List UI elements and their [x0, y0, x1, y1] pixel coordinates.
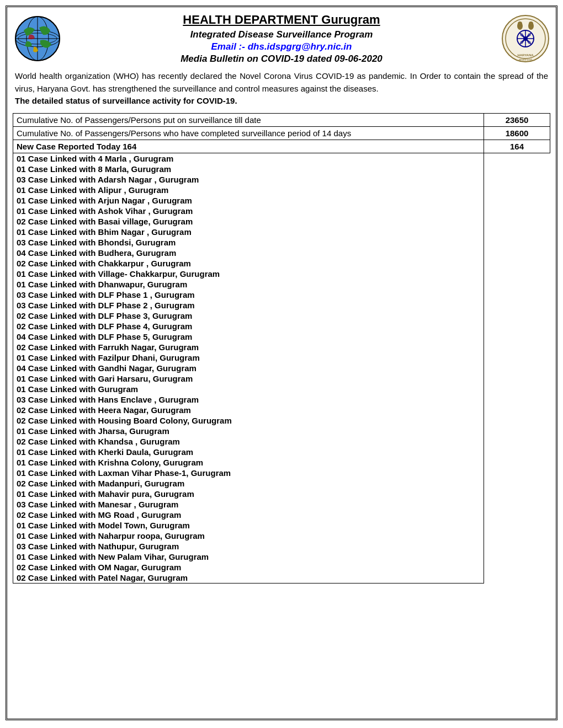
table-row: 02 Case Linked with Basai village, Gurug…: [13, 216, 550, 227]
department-title: HEALTH DEPARTMENT Gurugram: [73, 13, 490, 27]
case-item: 02 Case Linked with Khandsa , Gurugram: [13, 436, 484, 447]
surveillance-value-2: 18600: [484, 126, 550, 140]
table-row: 03 Case Linked with DLF Phase 2 , Gurugr…: [13, 300, 550, 311]
table-row: 03 Case Linked with Nathupur, Gurugram: [13, 541, 550, 552]
right-logo: HARYANA सत्यमेव जयते: [501, 14, 550, 63]
total-number-cell: 164: [484, 140, 550, 153]
svg-text:HARYANA: HARYANA: [517, 53, 534, 57]
intro-section: World health organization (WHO) has rece…: [15, 70, 548, 108]
surveillance-row-1: Cumulative No. of Passengers/Persons put…: [13, 113, 550, 126]
case-item: 02 Case Linked with MG Road , Gurugram: [13, 510, 484, 520]
table-row: 01 Case Linked with Gurugram: [13, 384, 550, 394]
table-row: 01 Case Linked with Laxman Vihar Phase-1…: [13, 468, 550, 478]
case-item: 01 Case Linked with 4 Marla , Gurugram: [13, 153, 484, 164]
table-row: 01 Case Linked with Ashok Vihar , Gurugr…: [13, 206, 550, 216]
case-item: 01 Case Linked with Village- Chakkarpur,…: [13, 269, 484, 279]
table-row: 01 Case Linked with Dhanwapur, Gurugram: [13, 279, 550, 290]
table-row: 02 Case Linked with Khandsa , Gurugram: [13, 436, 550, 447]
case-item: 01 Case Linked with Dhanwapur, Gurugram: [13, 279, 484, 290]
case-item: 01 Case Linked with Arjun Nagar , Gurugr…: [13, 195, 484, 206]
table-row: 01 Case Linked with Model Town, Gurugram: [13, 520, 550, 531]
case-item: 02 Case Linked with Housing Board Colony…: [13, 415, 484, 426]
table-row: 03 Case Linked with Bhondsi, Gurugram: [13, 237, 550, 248]
table-row: 03 Case Linked with Hans Enclave , Gurug…: [13, 394, 550, 405]
svg-text:सत्यमेव जयते: सत्यमेव जयते: [518, 58, 532, 61]
case-list: 01 Case Linked with 4 Marla , Gurugram01…: [13, 153, 550, 583]
table-row: 02 Case Linked with Chakkarpur , Gurugra…: [13, 258, 550, 269]
table-row: 01 Case Linked with Fazilpur Dhani, Guru…: [13, 352, 550, 363]
table-row: 03 Case Linked with Adarsh Nagar , Gurug…: [13, 174, 550, 185]
case-item: 01 Case Linked with Krishna Colony, Guru…: [13, 457, 484, 468]
case-item: 02 Case Linked with Farrukh Nagar, Gurug…: [13, 342, 484, 352]
table-row: 01 Case Linked with Bhim Nagar , Gurugra…: [13, 227, 550, 237]
table-row: 02 Case Linked with Housing Board Colony…: [13, 415, 550, 426]
case-item: 02 Case Linked with DLF Phase 3, Gurugra…: [13, 311, 484, 321]
table-row: 01 Case Linked with Mahavir pura, Gurugr…: [13, 489, 550, 499]
program-subtitle: Integrated Disease Surveillance Program: [73, 29, 490, 40]
table-row: 02 Case Linked with Patel Nagar, Gurugra…: [13, 572, 550, 584]
case-item: 02 Case Linked with OM Nagar, Gurugram: [13, 562, 484, 572]
case-item: 01 Case Linked with Gurugram: [13, 384, 484, 394]
table-row: 02 Case Linked with DLF Phase 4, Gurugra…: [13, 321, 550, 331]
case-item: 02 Case Linked with Chakkarpur , Gurugra…: [13, 258, 484, 269]
surveillance-label-2: Cumulative No. of Passengers/Persons who…: [13, 126, 484, 140]
table-row: 04 Case Linked with DLF Phase 5, Gurugra…: [13, 331, 550, 342]
page-container: HEALTH DEPARTMENT Gurugram Integrated Di…: [6, 6, 557, 720]
case-item: 02 Case Linked with Heera Nagar, Gurugra…: [13, 405, 484, 415]
intro-bold-line: The detailed status of surveillance acti…: [15, 96, 237, 105]
case-item: 03 Case Linked with Adarsh Nagar , Gurug…: [13, 174, 484, 185]
table-row: 01 Case Linked with New Palam Vihar, Gur…: [13, 552, 550, 562]
left-logo: [13, 14, 62, 63]
case-item: 04 Case Linked with Gandhi Nagar, Gurugr…: [13, 363, 484, 373]
table-row: 02 Case Linked with MG Road , Gurugram: [13, 510, 550, 520]
table-row: 01 Case Linked with 4 Marla , Gurugram: [13, 153, 550, 164]
intro-paragraph: World health organization (WHO) has rece…: [15, 71, 548, 93]
table-row: 02 Case Linked with Farrukh Nagar, Gurug…: [13, 342, 550, 352]
table-row: 02 Case Linked with Madanpuri, Gurugram: [13, 478, 550, 489]
header: HEALTH DEPARTMENT Gurugram Integrated Di…: [13, 13, 550, 65]
table-row: 02 Case Linked with Heera Nagar, Gurugra…: [13, 405, 550, 415]
case-item: 04 Case Linked with Budhera, Gurugram: [13, 248, 484, 258]
surveillance-label-1: Cumulative No. of Passengers/Persons put…: [13, 113, 484, 126]
svg-point-21: [518, 22, 522, 26]
new-case-header-row: New Case Reported Today 164 164: [13, 140, 550, 153]
case-item: 01 Case Linked with Alipur , Gurugram: [13, 185, 484, 195]
case-item: 03 Case Linked with Manesar , Gurugram: [13, 499, 484, 510]
svg-point-22: [529, 22, 533, 26]
table-row: 01 Case Linked with Kherki Daula, Gurugr…: [13, 447, 550, 457]
bulletin-label: Media Bulletin on COVID-19 dated 09-06-2…: [73, 53, 490, 65]
case-item: 02 Case Linked with Madanpuri, Gurugram: [13, 478, 484, 489]
case-item: 01 Case Linked with New Palam Vihar, Gur…: [13, 552, 484, 562]
main-table: Cumulative No. of Passengers/Persons put…: [13, 113, 550, 584]
case-item: 01 Case Linked with Naharpur roopa, Guru…: [13, 531, 484, 541]
table-row: 01 Case Linked with Jharsa, Gurugram: [13, 426, 550, 436]
table-row: 04 Case Linked with Gandhi Nagar, Gurugr…: [13, 363, 550, 373]
case-item: 02 Case Linked with DLF Phase 4, Gurugra…: [13, 321, 484, 331]
table-row: 03 Case Linked with Manesar , Gurugram: [13, 499, 550, 510]
case-item: 03 Case Linked with Bhondsi, Gurugram: [13, 237, 484, 248]
table-row: 01 Case Linked with Krishna Colony, Guru…: [13, 457, 550, 468]
case-item: 02 Case Linked with Basai village, Gurug…: [13, 216, 484, 227]
case-item: 03 Case Linked with DLF Phase 2 , Gurugr…: [13, 300, 484, 311]
case-item: 01 Case Linked with Jharsa, Gurugram: [13, 426, 484, 436]
surveillance-row-2: Cumulative No. of Passengers/Persons who…: [13, 126, 550, 140]
case-item: 01 Case Linked with 8 Marla, Gurugram: [13, 164, 484, 174]
case-item: 04 Case Linked with DLF Phase 5, Gurugra…: [13, 331, 484, 342]
table-row: 01 Case Linked with Naharpur roopa, Guru…: [13, 531, 550, 541]
case-item: 01 Case Linked with Ashok Vihar , Gurugr…: [13, 206, 484, 216]
table-row: 01 Case Linked with Arjun Nagar , Gurugr…: [13, 195, 550, 206]
email-label: Email :- dhs.idspgrg@hry.nic.in: [73, 41, 490, 52]
case-item: 01 Case Linked with Mahavir pura, Gurugr…: [13, 489, 484, 499]
case-item: 01 Case Linked with Fazilpur Dhani, Guru…: [13, 352, 484, 363]
case-item: 01 Case Linked with Model Town, Gurugram: [13, 520, 484, 531]
table-row: 03 Case Linked with DLF Phase 1 , Gurugr…: [13, 290, 550, 300]
surveillance-value-1: 23650: [484, 113, 550, 126]
table-row: 01 Case Linked with 8 Marla, Gurugram: [13, 164, 550, 174]
table-row: 02 Case Linked with OM Nagar, Gurugram: [13, 562, 550, 572]
new-case-heading: New Case Reported Today 164: [13, 140, 484, 153]
case-item: 03 Case Linked with Nathupur, Gurugram: [13, 541, 484, 552]
table-row: 02 Case Linked with DLF Phase 3, Gurugra…: [13, 311, 550, 321]
case-item: 01 Case Linked with Bhim Nagar , Gurugra…: [13, 227, 484, 237]
table-row: 01 Case Linked with Village- Chakkarpur,…: [13, 269, 550, 279]
case-item: 02 Case Linked with Patel Nagar, Gurugra…: [13, 572, 484, 584]
